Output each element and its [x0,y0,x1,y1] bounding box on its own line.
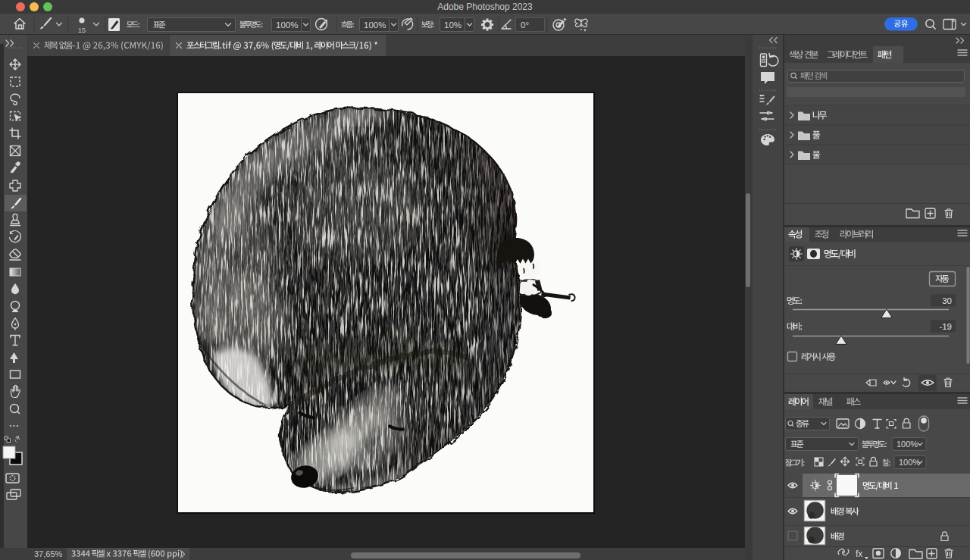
svg-text:-19: -19 [939,322,952,331]
svg-text:100%: 100% [896,440,918,449]
svg-text:15: 15 [78,27,86,34]
svg-text:0°: 0° [521,20,529,30]
svg-text:30: 30 [942,296,952,305]
svg-text:37,65%: 37,65% [34,549,63,558]
svg-text:Adobe Photoshop 2023: Adobe Photoshop 2023 [437,2,533,12]
svg-text:fx: fx [856,549,862,559]
svg-text:100%: 100% [899,458,920,467]
svg-text:10%: 10% [444,20,462,30]
svg-text:100%: 100% [276,20,298,30]
svg-text:100%: 100% [364,20,386,30]
